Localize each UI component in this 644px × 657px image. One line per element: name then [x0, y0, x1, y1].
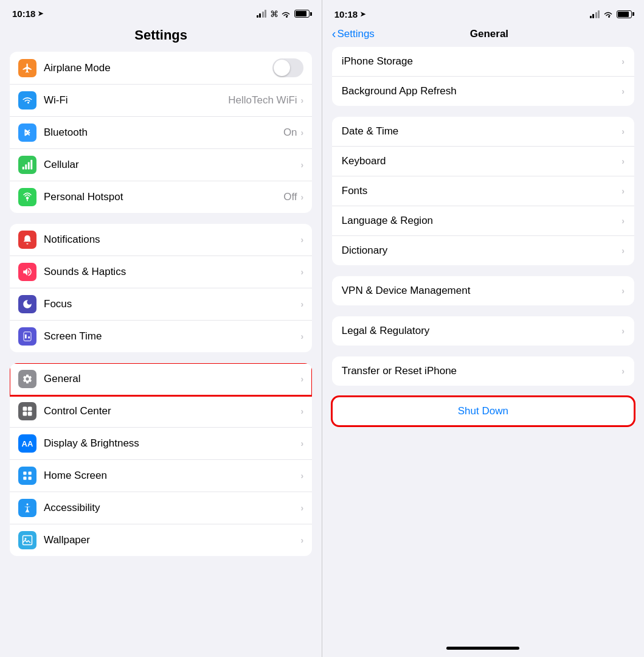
bluetooth-row[interactable]: Bluetooth On ›: [10, 117, 312, 149]
focus-row[interactable]: Focus ›: [10, 288, 312, 321]
keyboard-row[interactable]: Keyboard ›: [332, 147, 634, 176]
bluetooth-value: On: [283, 127, 297, 139]
homescreen-icon: [18, 467, 36, 485]
keyboard-label: Keyboard: [342, 155, 622, 167]
sounds-label: Sounds & Haptics: [44, 266, 301, 278]
wifi-row-icon: [18, 91, 36, 109]
right-location-arrow: ➤: [360, 10, 365, 18]
svg-point-17: [27, 504, 29, 506]
notifications-row[interactable]: Notifications ›: [10, 224, 312, 256]
svg-rect-7: [25, 335, 27, 339]
signal-bar-4: [265, 10, 266, 18]
svg-rect-9: [23, 407, 27, 411]
signal-bar-3: [262, 12, 264, 18]
homescreen-row[interactable]: Home Screen ›: [10, 460, 312, 492]
bluetooth-label: Bluetooth: [44, 127, 283, 139]
storage-group: iPhone Storage › Background App Refresh …: [332, 47, 634, 106]
accessibility-icon: [18, 499, 36, 517]
language-row[interactable]: Language & Region ›: [332, 206, 634, 236]
right-nav-bar: ‹ Settings General: [322, 23, 644, 47]
vpn-row[interactable]: VPN & Device Management ›: [332, 276, 634, 305]
general-icon: [18, 370, 36, 388]
iphone-storage-row[interactable]: iPhone Storage ›: [332, 47, 634, 77]
signal-bar-r4: [598, 10, 600, 18]
left-time-text: 10:18: [12, 9, 35, 19]
svg-rect-10: [28, 407, 32, 411]
wifi-row[interactable]: Wi-Fi HelloTech WiFi ›: [10, 85, 312, 117]
focus-label: Focus: [44, 298, 301, 310]
toggle-knob: [274, 60, 290, 76]
display-row[interactable]: AA Display & Brightness ›: [10, 428, 312, 460]
transfer-row[interactable]: Transfer or Reset iPhone ›: [332, 356, 634, 386]
left-page-title: Settings: [0, 23, 322, 52]
svg-rect-19: [23, 536, 32, 545]
svg-rect-2: [28, 162, 30, 170]
homescreen-label: Home Screen: [44, 470, 301, 482]
sounds-row[interactable]: Sounds & Haptics ›: [10, 256, 312, 288]
screentime-icon: [18, 327, 36, 346]
legal-chevron: ›: [621, 326, 625, 336]
accessibility-row[interactable]: Accessibility ›: [10, 492, 312, 524]
language-label: Language & Region: [342, 215, 622, 227]
svg-rect-11: [23, 412, 27, 416]
general-chevron: ›: [301, 374, 304, 384]
wallpaper-label: Wallpaper: [44, 534, 301, 546]
wifi-value: HelloTech WiFi: [228, 94, 297, 106]
notifications-chevron: ›: [301, 235, 304, 245]
home-bar: [446, 647, 519, 650]
wallpaper-icon: [18, 531, 36, 549]
sounds-chevron: ›: [301, 267, 304, 277]
home-indicator: [322, 642, 644, 657]
signal-bar-2: [259, 13, 261, 18]
screentime-row[interactable]: Screen Time ›: [10, 321, 312, 352]
back-button[interactable]: ‹ Settings: [332, 27, 375, 41]
left-status-icons: ⌘: [257, 9, 310, 19]
right-status-bar: 10:18 ➤: [322, 0, 644, 23]
controlcenter-label: Control Center: [44, 405, 301, 417]
wallpaper-chevron: ›: [301, 535, 304, 545]
hotspot-value: Off: [283, 191, 297, 203]
cellular-row[interactable]: Cellular ›: [10, 149, 312, 181]
cellular-chevron: ›: [301, 160, 304, 170]
general-row[interactable]: General ›: [10, 363, 312, 395]
legal-row[interactable]: Legal & Regulatory ›: [332, 316, 634, 346]
focus-icon: [18, 295, 36, 313]
controlcenter-chevron: ›: [301, 406, 304, 416]
controlcenter-icon: [18, 402, 36, 420]
notifications-icon: [18, 231, 36, 249]
bluetooth-icon: [18, 123, 36, 142]
datetime-chevron: ›: [621, 127, 625, 136]
right-signal: [590, 10, 600, 18]
focus-chevron: ›: [301, 299, 304, 309]
fonts-row[interactable]: Fonts ›: [332, 176, 634, 206]
left-panel: 10:18 ➤ ⌘ Settings: [0, 0, 322, 657]
display-label: Display & Brightness: [44, 437, 301, 450]
left-battery-icon: [294, 10, 310, 18]
right-time-text: 10:18: [334, 9, 358, 19]
datetime-row[interactable]: Date & Time ›: [332, 117, 634, 147]
bg-refresh-row[interactable]: Background App Refresh ›: [332, 77, 634, 106]
shutdown-row[interactable]: Shut Down: [332, 397, 634, 426]
dictionary-label: Dictionary: [342, 245, 622, 257]
left-signal: [257, 10, 267, 18]
left-time: 10:18 ➤: [12, 9, 43, 19]
accessibility-label: Accessibility: [44, 502, 301, 514]
signal-bar-r2: [592, 14, 594, 18]
dictionary-row[interactable]: Dictionary ›: [332, 236, 634, 265]
legal-label: Legal & Regulatory: [342, 325, 622, 337]
airplane-toggle[interactable]: [272, 58, 303, 77]
datetime-label: Date & Time: [342, 125, 622, 137]
transfer-group: Transfer or Reset iPhone ›: [332, 356, 634, 386]
svg-rect-5: [27, 200, 28, 201]
wallpaper-row[interactable]: Wallpaper ›: [10, 524, 312, 556]
hotspot-row[interactable]: Personal Hotspot Off ›: [10, 181, 312, 213]
bg-refresh-label: Background App Refresh: [342, 85, 622, 97]
svg-rect-12: [28, 412, 32, 416]
shutdown-group: Shut Down: [332, 397, 634, 426]
vpn-chevron: ›: [621, 286, 625, 296]
controlcenter-row[interactable]: Control Center ›: [10, 395, 312, 428]
airplane-mode-row[interactable]: Airplane Mode: [10, 52, 312, 85]
display-icon: AA: [18, 434, 36, 453]
right-time: 10:18 ➤: [334, 9, 365, 19]
system2-group: General › Control Center › AA: [10, 363, 312, 556]
